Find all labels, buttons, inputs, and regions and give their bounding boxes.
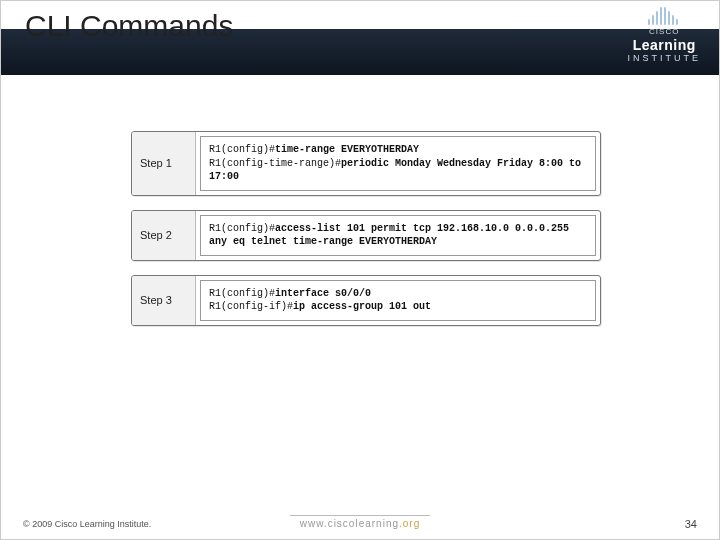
cli-prompt: R1(config-time-range)#: [209, 158, 341, 169]
cli-prompt: R1(config)#: [209, 144, 275, 155]
slide-header: CLI Commands CISCO Learning INSTITUTE: [1, 1, 719, 75]
cli-prompt: R1(config)#: [209, 223, 275, 234]
footer-url: www.ciscolearning.org: [300, 518, 421, 529]
footer-divider: [290, 515, 430, 516]
step-cli-output: R1(config)#access-list 101 permit tcp 19…: [200, 215, 596, 256]
slide: CLI Commands CISCO Learning INSTITUTE St…: [0, 0, 720, 540]
step-cli-output: R1(config)#interface s0/0/0 R1(config-if…: [200, 280, 596, 321]
step-row: Step 2 R1(config)#access-list 101 permit…: [131, 210, 601, 261]
logo-text-cisco: CISCO: [628, 27, 702, 36]
step-cli-output: R1(config)#time-range EVERYOTHERDAY R1(c…: [200, 136, 596, 191]
step-row: Step 3 R1(config)#interface s0/0/0 R1(co…: [131, 275, 601, 326]
logo-text-institute: INSTITUTE: [628, 53, 702, 63]
footer-url-tld: .org: [399, 518, 420, 529]
step-row: Step 1 R1(config)#time-range EVERYOTHERD…: [131, 131, 601, 196]
slide-footer: © 2009 Cisco Learning Institute. www.cis…: [1, 509, 719, 539]
cli-command: interface s0/0/0: [275, 288, 371, 299]
footer-url-block: www.ciscolearning.org: [290, 515, 430, 529]
step-label: Step 2: [132, 211, 196, 260]
steps-container: Step 1 R1(config)#time-range EVERYOTHERD…: [131, 131, 601, 340]
cli-prompt: R1(config-if)#: [209, 301, 293, 312]
cli-command: time-range EVERYOTHERDAY: [275, 144, 419, 155]
cli-command: ip access-group 101 out: [293, 301, 431, 312]
logo-text-learning: Learning: [628, 37, 702, 53]
step-label: Step 3: [132, 276, 196, 325]
copyright-text: © 2009 Cisco Learning Institute.: [23, 519, 151, 529]
footer-url-main: www.ciscolearning: [300, 518, 399, 529]
cli-prompt: R1(config)#: [209, 288, 275, 299]
cisco-learning-logo: CISCO Learning INSTITUTE: [628, 7, 702, 63]
cisco-bridge-icon: [648, 7, 680, 25]
step-label: Step 1: [132, 132, 196, 195]
page-number: 34: [685, 518, 697, 530]
page-title: CLI Commands: [25, 9, 233, 43]
